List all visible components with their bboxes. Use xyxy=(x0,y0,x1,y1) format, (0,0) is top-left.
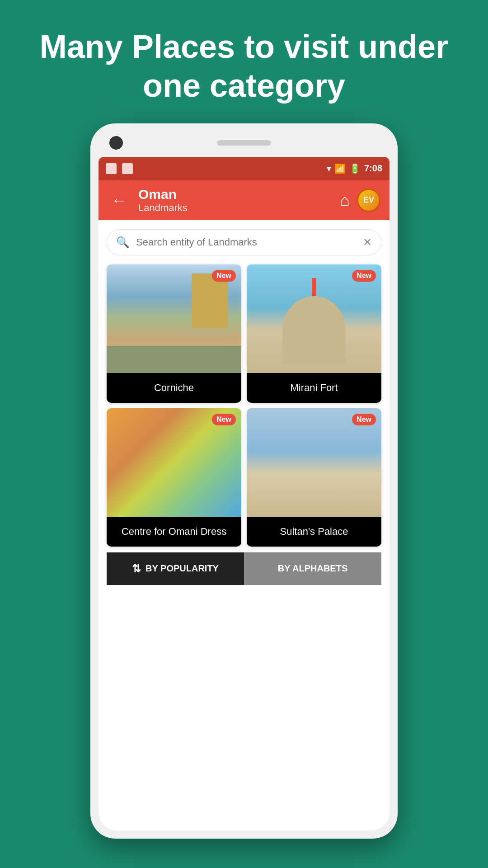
bottom-tabs: ⇅ BY POPULARITY BY ALPHABETS xyxy=(107,552,381,585)
card-corniche-image: New xyxy=(107,264,241,373)
card-corniche[interactable]: New Corniche xyxy=(107,264,241,403)
app-bar: ← Oman Landmarks ⌂ EV xyxy=(99,180,389,220)
status-bar: ▾ 📶 🔋 7:08 xyxy=(99,157,389,180)
phone-speaker xyxy=(217,140,271,146)
phone-camera xyxy=(109,136,123,150)
screen-content: 🔍 ✕ New Corniche New Mirani xyxy=(99,220,389,830)
card-sultans-palace[interactable]: New Sultan's Palace xyxy=(247,408,381,547)
search-bar[interactable]: 🔍 ✕ xyxy=(107,229,381,255)
tab-alphabets-label: BY ALPHABETS xyxy=(278,563,347,574)
signal-icon: 📶 xyxy=(334,163,346,174)
corniche-label: Corniche xyxy=(107,373,241,403)
sort-icon: ⇅ xyxy=(132,562,141,575)
omani-dress-label: Centre for Omani Dress xyxy=(107,517,241,547)
sultans-palace-label: Sultan's Palace xyxy=(247,517,381,547)
ev-badge: EV xyxy=(357,189,380,212)
card-omani-dress-image: New xyxy=(107,408,241,517)
status-bar-right: ▾ 📶 🔋 7:08 xyxy=(327,163,382,174)
app-bar-left: ← Oman Landmarks xyxy=(108,187,188,214)
mirani-new-badge: New xyxy=(352,270,376,282)
tab-popularity-label: BY POPULARITY xyxy=(145,563,219,574)
search-icon: 🔍 xyxy=(116,236,130,249)
card-mirani-fort-image: New xyxy=(247,264,381,373)
status-time: 7:08 xyxy=(364,163,382,174)
omani-dress-new-badge: New xyxy=(212,414,236,425)
status-bar-left xyxy=(106,163,133,174)
mirani-fort-label: Mirani Fort xyxy=(247,373,381,403)
clear-search-button[interactable]: ✕ xyxy=(363,236,372,249)
page-headline: Many Places to visit under one category xyxy=(4,0,484,123)
app-bar-right: ⌂ EV xyxy=(340,189,380,212)
app-bar-title: Oman Landmarks xyxy=(138,187,188,214)
cards-grid: New Corniche New Mirani Fort New Centre … xyxy=(99,264,389,552)
app-subtitle: Landmarks xyxy=(138,202,188,214)
search-container: 🔍 ✕ xyxy=(99,220,389,264)
phone-notch xyxy=(99,136,389,157)
card-mirani-fort[interactable]: New Mirani Fort xyxy=(247,264,381,403)
search-input[interactable] xyxy=(136,236,357,248)
tab-by-popularity[interactable]: ⇅ BY POPULARITY xyxy=(107,552,244,585)
notification-status-icon xyxy=(122,163,133,174)
card-omani-dress[interactable]: New Centre for Omani Dress xyxy=(107,408,241,547)
gallery-status-icon xyxy=(106,163,117,174)
card-sultans-palace-image: New xyxy=(247,408,381,517)
phone-frame: ▾ 📶 🔋 7:08 ← Oman Landmarks ⌂ EV 🔍 ✕ xyxy=(90,123,398,839)
sultans-palace-new-badge: New xyxy=(352,414,376,425)
tab-by-alphabets[interactable]: BY ALPHABETS xyxy=(244,552,381,585)
back-button[interactable]: ← xyxy=(108,187,131,213)
app-title: Oman xyxy=(138,187,188,202)
battery-icon: 🔋 xyxy=(349,163,361,174)
corniche-new-badge: New xyxy=(212,270,236,282)
home-button[interactable]: ⌂ xyxy=(340,191,350,210)
wifi-icon: ▾ xyxy=(327,164,331,174)
